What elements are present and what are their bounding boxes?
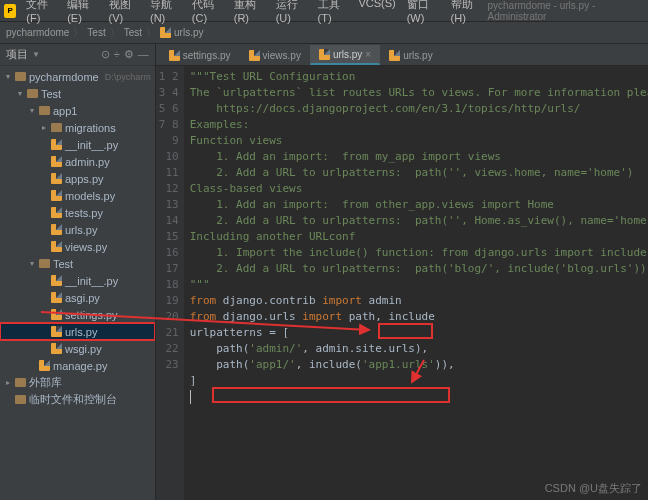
tree-node[interactable]: ▾pycharmdomeD:\pycharm bbox=[0, 68, 155, 85]
tree-node[interactable]: apps.py bbox=[0, 170, 155, 187]
gear-icon[interactable]: ⚙ bbox=[124, 48, 134, 61]
folder-icon bbox=[39, 106, 50, 115]
editor-tab[interactable]: settings.py bbox=[160, 45, 240, 65]
folder-icon bbox=[15, 72, 26, 81]
python-file-icon bbox=[39, 360, 50, 371]
window-title: pycharmdome - urls.py - Administrator bbox=[487, 0, 636, 22]
python-file-icon bbox=[51, 139, 62, 150]
project-tree[interactable]: ▾pycharmdomeD:\pycharm▾Test▾app1▸migrati… bbox=[0, 66, 155, 500]
menu-item[interactable]: VCS(S) bbox=[354, 0, 399, 26]
app-icon: P bbox=[4, 4, 16, 18]
editor-tabs: settings.pyviews.pyurls.py ×urls.py bbox=[156, 44, 648, 66]
breadcrumb-item[interactable]: urls.py bbox=[160, 27, 203, 38]
tree-node[interactable]: admin.py bbox=[0, 153, 155, 170]
line-gutter: 1 2 3 4 5 6 7 8 9 10 11 12 13 14 15 16 1… bbox=[156, 66, 184, 500]
folder-icon bbox=[15, 378, 26, 387]
tree-node[interactable]: urls.py bbox=[0, 323, 155, 340]
tree-node[interactable]: manage.py bbox=[0, 357, 155, 374]
tree-node[interactable]: ▾Test bbox=[0, 255, 155, 272]
menu-item[interactable]: 窗口(W) bbox=[403, 0, 444, 26]
editor-tab[interactable]: views.py bbox=[240, 45, 310, 65]
sidebar-header: 项目 ▼ ⊙ ÷ ⚙ — bbox=[0, 44, 155, 66]
tree-node[interactable]: ▾Test bbox=[0, 85, 155, 102]
menu-item[interactable]: 导航(N) bbox=[146, 0, 185, 26]
python-file-icon bbox=[51, 343, 62, 354]
titlebar: P 文件(F)编辑(E)视图(V)导航(N)代码(C)重构(R)运行(U)工具(… bbox=[0, 0, 648, 22]
menu-item[interactable]: 运行(U) bbox=[272, 0, 311, 26]
folder-icon bbox=[15, 395, 26, 404]
editor-tab[interactable]: urls.py bbox=[380, 45, 441, 65]
tree-node[interactable]: ▾app1 bbox=[0, 102, 155, 119]
python-file-icon bbox=[51, 190, 62, 201]
tree-node[interactable]: settings.py bbox=[0, 306, 155, 323]
hide-icon[interactable]: — bbox=[138, 48, 149, 61]
python-file-icon bbox=[169, 50, 180, 61]
editor-tab[interactable]: urls.py × bbox=[310, 45, 380, 65]
python-file-icon bbox=[51, 156, 62, 167]
menu-item[interactable]: 编辑(E) bbox=[63, 0, 101, 26]
sidebar-tool-icon[interactable]: ⊙ bbox=[101, 48, 110, 61]
breadcrumb-item[interactable]: pycharmdome bbox=[6, 27, 69, 38]
tree-node[interactable]: ▸migrations bbox=[0, 119, 155, 136]
python-file-icon bbox=[51, 241, 62, 252]
python-file-icon bbox=[51, 326, 62, 337]
close-icon[interactable]: × bbox=[365, 49, 371, 60]
menu-item[interactable]: 帮助(H) bbox=[447, 0, 486, 26]
python-file-icon bbox=[389, 50, 400, 61]
python-file-icon bbox=[51, 224, 62, 235]
python-file-icon bbox=[51, 207, 62, 218]
folder-icon bbox=[27, 89, 38, 98]
sidebar-title: 项目 bbox=[6, 47, 28, 62]
sidebar-tool-icon[interactable]: ÷ bbox=[114, 48, 120, 61]
tree-node[interactable]: urls.py bbox=[0, 221, 155, 238]
tree-node[interactable]: asgi.py bbox=[0, 289, 155, 306]
tree-node[interactable]: __init__.py bbox=[0, 272, 155, 289]
main-menu: 文件(F)编辑(E)视图(V)导航(N)代码(C)重构(R)运行(U)工具(T)… bbox=[22, 0, 485, 26]
tree-node[interactable]: tests.py bbox=[0, 204, 155, 221]
code-area[interactable]: """Test URL ConfigurationThe `urlpattern… bbox=[184, 66, 648, 500]
tree-node[interactable]: __init__.py bbox=[0, 136, 155, 153]
tree-node[interactable]: 临时文件和控制台 bbox=[0, 391, 155, 408]
folder-icon bbox=[51, 123, 62, 132]
menu-item[interactable]: 代码(C) bbox=[188, 0, 227, 26]
project-sidebar: 项目 ▼ ⊙ ÷ ⚙ — ▾pycharmdomeD:\pycharm▾Test… bbox=[0, 44, 156, 500]
menu-item[interactable]: 视图(V) bbox=[105, 0, 143, 26]
python-file-icon bbox=[319, 49, 330, 60]
tree-node[interactable]: views.py bbox=[0, 238, 155, 255]
breadcrumb-item[interactable]: Test bbox=[124, 27, 142, 38]
breadcrumb-item[interactable]: Test bbox=[87, 27, 105, 38]
tree-node[interactable]: ▸外部库 bbox=[0, 374, 155, 391]
menu-item[interactable]: 重构(R) bbox=[230, 0, 269, 26]
code-editor[interactable]: 1 2 3 4 5 6 7 8 9 10 11 12 13 14 15 16 1… bbox=[156, 66, 648, 500]
tree-node[interactable]: models.py bbox=[0, 187, 155, 204]
python-file-icon bbox=[51, 275, 62, 286]
python-file-icon bbox=[51, 309, 62, 320]
menu-item[interactable]: 文件(F) bbox=[22, 0, 60, 26]
python-file-icon bbox=[51, 292, 62, 303]
folder-icon bbox=[39, 259, 50, 268]
watermark: CSDN @U盘失踪了 bbox=[545, 481, 642, 496]
tree-node[interactable]: wsgi.py bbox=[0, 340, 155, 357]
python-file-icon bbox=[249, 50, 260, 61]
python-file-icon bbox=[51, 173, 62, 184]
menu-item[interactable]: 工具(T) bbox=[314, 0, 352, 26]
